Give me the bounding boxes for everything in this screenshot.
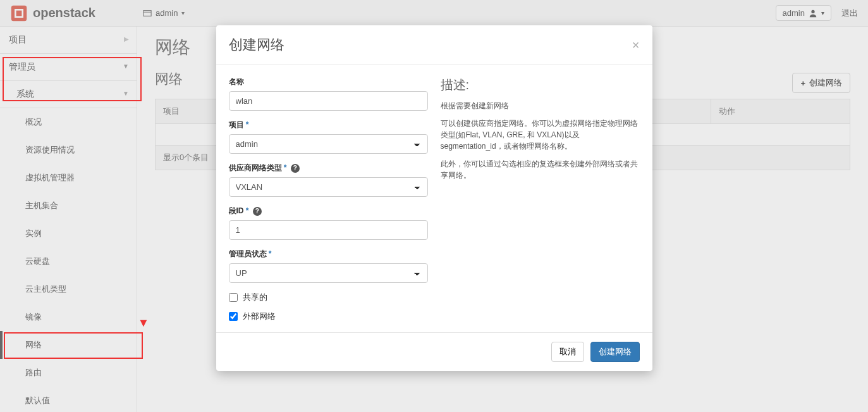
segment-id-label: 段ID * ? bbox=[229, 206, 428, 216]
shared-checkbox[interactable] bbox=[229, 293, 238, 302]
create-network-modal: 创建网络 × 名称 项目 * admin 供应商网络类型 * ? bbox=[216, 25, 652, 371]
provider-type-select[interactable]: VXLAN bbox=[229, 177, 428, 197]
name-input[interactable] bbox=[229, 91, 428, 111]
submit-button[interactable]: 创建网络 bbox=[590, 342, 640, 362]
admin-state-select[interactable]: UP bbox=[229, 263, 428, 283]
modal-header: 创建网络 × bbox=[216, 25, 652, 65]
modal-backdrop: 创建网络 × 名称 项目 * admin 供应商网络类型 * ? bbox=[0, 0, 868, 412]
cancel-button[interactable]: 取消 bbox=[551, 342, 584, 362]
external-label: 外部网络 bbox=[243, 311, 276, 322]
name-label: 名称 bbox=[229, 77, 428, 87]
description-p3: 此外，你可以通过勾选相应的复选框来创建外部网络或者共享网络。 bbox=[441, 158, 640, 181]
modal-description: 描述: 根据需要创建新网络 可以创建供应商指定网络。你可以为虚拟网络指定物理网络… bbox=[441, 77, 640, 330]
description-heading: 描述: bbox=[441, 77, 640, 94]
project-select[interactable]: admin bbox=[229, 134, 428, 154]
external-checkbox[interactable] bbox=[229, 312, 238, 321]
close-icon[interactable]: × bbox=[632, 39, 640, 51]
shared-label: 共享的 bbox=[243, 292, 267, 303]
description-p2: 可以创建供应商指定网络。你可以为虚拟网络指定物理网络类型(如Flat, VLAN… bbox=[441, 118, 640, 152]
project-label: 项目 * bbox=[229, 120, 428, 130]
modal-form: 名称 项目 * admin 供应商网络类型 * ? VXLAN 段I bbox=[229, 77, 428, 330]
admin-state-label: 管理员状态 * bbox=[229, 249, 428, 259]
description-p1: 根据需要创建新网络 bbox=[441, 100, 640, 111]
modal-title: 创建网络 bbox=[229, 35, 632, 54]
provider-type-label: 供应商网络类型 * ? bbox=[229, 163, 428, 173]
modal-footer: 取消 创建网络 bbox=[216, 332, 652, 371]
segment-id-input[interactable] bbox=[229, 220, 428, 240]
help-icon[interactable]: ? bbox=[253, 207, 262, 216]
help-icon[interactable]: ? bbox=[291, 164, 300, 173]
